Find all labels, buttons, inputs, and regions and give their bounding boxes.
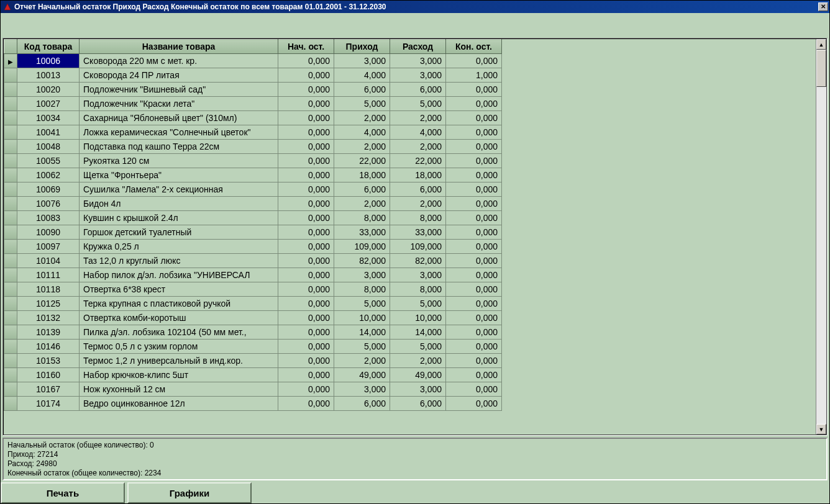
cell-start[interactable]: 0,000	[278, 340, 334, 354]
cell-in[interactable]: 14,000	[334, 325, 390, 340]
cell-code[interactable]: 10153	[17, 354, 80, 368]
cell-end[interactable]: 0,000	[446, 325, 502, 340]
cell-in[interactable]: 5,000	[334, 297, 390, 311]
table-row[interactable]: 10097Кружка 0,25 л0,000109,000109,0000,0…	[4, 240, 502, 254]
col-header-in[interactable]: Приход	[334, 40, 390, 54]
table-row[interactable]: 10055Рукоятка 120 см0,00022,00022,0000,0…	[4, 154, 502, 168]
row-handle[interactable]	[4, 225, 17, 240]
cell-name[interactable]: Таз 12,0 л круглый люкс	[80, 254, 278, 268]
cell-end[interactable]: 1,000	[446, 68, 502, 83]
cell-start[interactable]: 0,000	[278, 168, 334, 182]
row-handle[interactable]	[4, 140, 17, 154]
table-row[interactable]: 10069Сушилка "Ламела" 2-х секционная0,00…	[4, 182, 502, 197]
table-row[interactable]: 10132Отвертка комби-коротыш0,00010,00010…	[4, 311, 502, 325]
cell-start[interactable]: 0,000	[278, 268, 334, 282]
cell-in[interactable]: 2,000	[334, 140, 390, 154]
cell-in[interactable]: 82,000	[334, 254, 390, 268]
col-header-start[interactable]: Нач. ост.	[278, 40, 334, 54]
cell-name[interactable]: Подставка под кашпо Терра 22см	[80, 140, 278, 154]
cell-out[interactable]: 3,000	[390, 382, 446, 397]
cell-start[interactable]: 0,000	[278, 125, 334, 140]
cell-code[interactable]: 10006	[17, 54, 80, 68]
cell-end[interactable]: 0,000	[446, 254, 502, 268]
table-row[interactable]: 10048Подставка под кашпо Терра 22см0,000…	[4, 140, 502, 154]
cell-start[interactable]: 0,000	[278, 311, 334, 325]
cell-name[interactable]: Набор крючков-клипс 5шт	[80, 368, 278, 382]
cell-start[interactable]: 0,000	[278, 211, 334, 225]
cell-end[interactable]: 0,000	[446, 340, 502, 354]
cell-in[interactable]: 49,000	[334, 368, 390, 382]
cell-start[interactable]: 0,000	[278, 354, 334, 368]
cell-name[interactable]: Подложечник "Краски лета"	[80, 97, 278, 111]
cell-in[interactable]: 6,000	[334, 182, 390, 197]
cell-start[interactable]: 0,000	[278, 282, 334, 297]
cell-out[interactable]: 109,000	[390, 240, 446, 254]
col-header-name[interactable]: Название товара	[80, 40, 278, 54]
cell-code[interactable]: 10160	[17, 368, 80, 382]
cell-out[interactable]: 2,000	[390, 140, 446, 154]
table-row[interactable]: 10041Ложка керамическая "Солнечный цвето…	[4, 125, 502, 140]
cell-start[interactable]: 0,000	[278, 225, 334, 240]
cell-in[interactable]: 8,000	[334, 282, 390, 297]
cell-code[interactable]: 10062	[17, 168, 80, 182]
cell-name[interactable]: Горшок детский туалетный	[80, 225, 278, 240]
cell-out[interactable]: 5,000	[390, 340, 446, 354]
cell-end[interactable]: 0,000	[446, 397, 502, 411]
cell-end[interactable]: 0,000	[446, 125, 502, 140]
cell-code[interactable]: 10167	[17, 382, 80, 397]
cell-name[interactable]: Сковорода 24 ПР литая	[80, 68, 278, 83]
cell-code[interactable]: 10076	[17, 197, 80, 211]
row-handle[interactable]	[4, 182, 17, 197]
row-handle[interactable]	[4, 154, 17, 168]
cell-code[interactable]: 10118	[17, 282, 80, 297]
cell-end[interactable]: 0,000	[446, 354, 502, 368]
cell-out[interactable]: 14,000	[390, 325, 446, 340]
row-handle[interactable]	[4, 282, 17, 297]
cell-out[interactable]: 5,000	[390, 297, 446, 311]
cell-end[interactable]: 0,000	[446, 182, 502, 197]
cell-out[interactable]: 8,000	[390, 282, 446, 297]
cell-end[interactable]: 0,000	[446, 140, 502, 154]
table-row[interactable]: 10146Термос 0,5 л с узким горлом0,0005,0…	[4, 340, 502, 354]
col-header-code[interactable]: Код товара	[17, 40, 80, 54]
cell-name[interactable]: Сушилка "Ламела" 2-х секционная	[80, 182, 278, 197]
scroll-down-button[interactable]: ▼	[816, 424, 826, 434]
cell-code[interactable]: 10111	[17, 268, 80, 282]
table-row[interactable]: 10174Ведро оцинкованное 12л0,0006,0006,0…	[4, 397, 502, 411]
vertical-scrollbar[interactable]: ▲ ▼	[816, 39, 826, 434]
cell-name[interactable]: Отвертка 6*38 крест	[80, 282, 278, 297]
row-handle[interactable]	[4, 311, 17, 325]
cell-start[interactable]: 0,000	[278, 197, 334, 211]
cell-end[interactable]: 0,000	[446, 197, 502, 211]
cell-code[interactable]: 10041	[17, 125, 80, 140]
cell-name[interactable]: Кувшин с крышкой 2.4л	[80, 211, 278, 225]
data-grid[interactable]: Код товара Название товара Нач. ост. При…	[4, 39, 502, 411]
cell-in[interactable]: 6,000	[334, 397, 390, 411]
cell-out[interactable]: 2,000	[390, 354, 446, 368]
cell-out[interactable]: 22,000	[390, 154, 446, 168]
cell-out[interactable]: 6,000	[390, 182, 446, 197]
cell-code[interactable]: 10139	[17, 325, 80, 340]
cell-in[interactable]: 5,000	[334, 340, 390, 354]
row-handle-header[interactable]	[4, 40, 17, 54]
cell-out[interactable]: 2,000	[390, 111, 446, 125]
scroll-up-button[interactable]: ▲	[816, 39, 826, 50]
cell-start[interactable]: 0,000	[278, 182, 334, 197]
cell-name[interactable]: Щетка "Фронтьера"	[80, 168, 278, 182]
cell-out[interactable]: 8,000	[390, 211, 446, 225]
row-handle[interactable]	[4, 254, 17, 268]
cell-out[interactable]: 2,000	[390, 197, 446, 211]
cell-end[interactable]: 0,000	[446, 240, 502, 254]
cell-start[interactable]: 0,000	[278, 97, 334, 111]
row-handle[interactable]	[4, 240, 17, 254]
cell-name[interactable]: Сахарница "Яблоневый цвет" (310мл)	[80, 111, 278, 125]
cell-code[interactable]: 10097	[17, 240, 80, 254]
cell-end[interactable]: 0,000	[446, 83, 502, 97]
table-row[interactable]: 10090Горшок детский туалетный0,00033,000…	[4, 225, 502, 240]
cell-start[interactable]: 0,000	[278, 54, 334, 68]
cell-out[interactable]: 4,000	[390, 125, 446, 140]
cell-code[interactable]: 10013	[17, 68, 80, 83]
cell-name[interactable]: Термос 0,5 л с узким горлом	[80, 340, 278, 354]
cell-end[interactable]: 0,000	[446, 154, 502, 168]
cell-in[interactable]: 4,000	[334, 125, 390, 140]
